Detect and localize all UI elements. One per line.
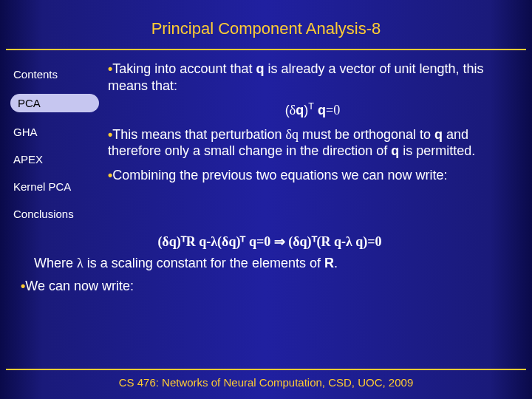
sidebar-label: PCA — [18, 97, 41, 109]
bullet-2: •This means that perturbation δq must be… — [108, 126, 517, 160]
eq-q: q — [296, 103, 304, 117]
main-content: •Taking into account that q is already a… — [108, 61, 522, 228]
text: is permitted. — [399, 143, 475, 158]
eq-sup: T — [308, 101, 314, 112]
where-clause: Where λ is a scaling constant for the el… — [34, 256, 519, 271]
sidebar-item-conclusions[interactable]: Conclusions — [10, 200, 99, 228]
footer-text: CS 476: Networks of Neural Computation, … — [0, 376, 532, 389]
sidebar-label: Conclusions — [13, 208, 74, 220]
eq-text: =0 — [326, 103, 340, 117]
text: Where — [34, 256, 77, 270]
var-q: q — [256, 61, 264, 76]
text: This means that perturbation — [112, 127, 285, 142]
content-area: Contents PCA GHA APEX Kernel PCA Conclus… — [0, 50, 532, 228]
sidebar-label: Kernel PCA — [13, 180, 71, 193]
var-q: q — [434, 127, 443, 142]
sidebar: Contents PCA GHA APEX Kernel PCA Conclus… — [10, 61, 99, 228]
bullet-3: •Combining the previous two equations we… — [108, 167, 517, 184]
var-R: R — [324, 256, 334, 270]
sidebar-item-contents[interactable]: Contents — [10, 61, 99, 88]
sidebar-item-pca[interactable]: PCA — [10, 94, 99, 112]
text: Combining the previous two equations we … — [112, 168, 447, 183]
var-dq: δq — [285, 127, 298, 142]
equation-2: (δq)ᵀR q-λ(δq)ᵀ q=0 ⇒ (δq)ᵀ(R q-λ q)=0 — [21, 233, 519, 250]
slide-header: Principal Component Analysis-8 — [0, 0, 532, 49]
sidebar-label: Contents — [13, 68, 58, 81]
eq-q: q — [314, 103, 326, 117]
lower-content: (δq)ᵀR q-λ(δq)ᵀ q=0 ⇒ (δq)ᵀ(R q-λ q)=0 W… — [0, 233, 532, 294]
footer: CS 476: Networks of Neural Computation, … — [0, 363, 532, 399]
footer-divider — [6, 369, 526, 370]
text: We can now write: — [25, 279, 134, 293]
sidebar-item-gha[interactable]: GHA — [10, 118, 99, 146]
text: must be orthogonal to — [299, 127, 434, 142]
bullet-4: •We can now write: — [21, 279, 519, 294]
sidebar-label: APEX — [13, 153, 43, 166]
var-lambda: λ — [77, 256, 83, 270]
sidebar-item-kernel-pca[interactable]: Kernel PCA — [10, 173, 99, 200]
equation-1: (δq)T q=0 — [108, 101, 517, 119]
slide-title: Principal Component Analysis-8 — [0, 19, 532, 38]
sidebar-item-apex[interactable]: APEX — [10, 146, 99, 173]
text: . — [334, 256, 338, 270]
text: is a scaling constant for the elements o… — [83, 256, 324, 270]
sidebar-label: GHA — [13, 126, 38, 138]
var-q: q — [391, 143, 399, 158]
bullet-1: •Taking into account that q is already a… — [108, 61, 517, 94]
text: Taking into account that — [112, 61, 256, 76]
